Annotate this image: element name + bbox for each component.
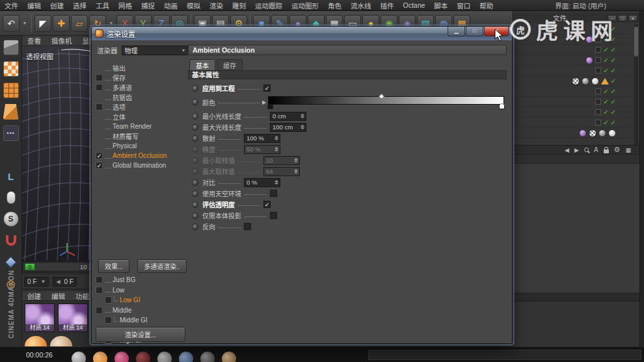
enable-check-icon[interactable]: ✓ bbox=[603, 36, 608, 43]
object-row[interactable] bbox=[513, 128, 636, 138]
material-thumbnail[interactable] bbox=[222, 352, 236, 362]
evaluate-transparency-checkbox[interactable]: ✓ bbox=[263, 201, 271, 208]
self-shadowing-checkbox[interactable] bbox=[270, 212, 277, 219]
maximize-icon[interactable]: □ bbox=[618, 15, 627, 21]
enable-check-icon[interactable]: ✓ bbox=[611, 78, 616, 84]
enable-check-icon[interactable]: ✓ bbox=[603, 120, 608, 126]
enable-check-icon[interactable]: ✓ bbox=[603, 26, 608, 32]
enable-checkbox[interactable] bbox=[96, 74, 103, 81]
settings-item-ambient-occlusion[interactable]: ✓Ambient Occlusion bbox=[96, 151, 185, 161]
object-row[interactable]: ✓✓ bbox=[513, 24, 636, 34]
workplane-icon[interactable]: L bbox=[3, 168, 19, 184]
param-knob-icon[interactable] bbox=[192, 85, 198, 92]
enable-check-icon[interactable]: ✓ bbox=[603, 57, 608, 64]
material-thumbnail[interactable] bbox=[114, 352, 129, 362]
object-row[interactable]: ✓✓ bbox=[513, 45, 636, 55]
layer-box[interactable] bbox=[595, 109, 601, 115]
layer-box[interactable] bbox=[595, 68, 601, 73]
render-check-icon[interactable]: ✓ bbox=[611, 120, 616, 126]
polygon-mode-icon[interactable] bbox=[3, 83, 19, 98]
settings-item-global-illumination[interactable]: ✓Global Illumination bbox=[96, 161, 185, 170]
material-thumbnail[interactable] bbox=[136, 352, 150, 362]
menu-window[interactable]: 窗口 bbox=[452, 1, 475, 10]
forward-arrow-icon[interactable]: ▶ bbox=[574, 147, 579, 153]
scale-tool-icon[interactable]: ▱ bbox=[71, 15, 88, 32]
param-knob-icon[interactable] bbox=[192, 124, 198, 131]
timeline-current-marker[interactable]: 0 bbox=[25, 263, 35, 270]
material-thumbnail[interactable] bbox=[93, 352, 107, 362]
render-check-icon[interactable]: ✓ bbox=[611, 47, 616, 53]
object-row[interactable]: ✓ bbox=[513, 76, 636, 86]
object-row[interactable]: ✓✓ bbox=[513, 97, 636, 107]
render-check-icon[interactable]: ✓ bbox=[611, 26, 616, 32]
enable-checkbox[interactable]: ✓ bbox=[96, 152, 103, 159]
gradient-bar[interactable] bbox=[268, 96, 504, 105]
param-knob-icon[interactable] bbox=[192, 179, 198, 186]
material-menu-edit[interactable]: 编辑 bbox=[46, 291, 70, 301]
edge-mode-icon[interactable] bbox=[3, 147, 19, 162]
section-header[interactable]: 基本属性 bbox=[188, 70, 507, 79]
menu-simulate[interactable]: 模拟 bbox=[182, 1, 205, 10]
enable-check-icon[interactable]: ✓ bbox=[603, 99, 608, 105]
minimize-icon[interactable]: ▁ bbox=[448, 27, 465, 36]
viewport-solo-icon[interactable] bbox=[7, 191, 16, 204]
layer-box[interactable] bbox=[595, 36, 601, 42]
expand-arrow-icon[interactable]: ▶ bbox=[262, 99, 266, 105]
menu-render[interactable]: 渲染 bbox=[205, 1, 228, 10]
param-knob-icon[interactable] bbox=[192, 213, 198, 219]
point-mode-icon[interactable]: ••• bbox=[3, 125, 19, 141]
preset-middle-gi[interactable]: Middle GI bbox=[96, 315, 185, 326]
magnet-icon[interactable] bbox=[6, 235, 16, 246]
param-knob-icon[interactable] bbox=[192, 113, 198, 120]
material-menu-create[interactable]: 创建 bbox=[22, 291, 46, 301]
renderer-select[interactable]: 物理▼ bbox=[122, 45, 189, 55]
layer-box[interactable] bbox=[595, 88, 601, 94]
min-ray-length-field[interactable]: 0 cm bbox=[270, 112, 306, 121]
param-knob-icon[interactable] bbox=[192, 190, 198, 197]
object-row[interactable]: ✓✓ bbox=[513, 55, 636, 66]
preset-just-bg[interactable]: Just BG bbox=[96, 275, 185, 285]
menu-character[interactable]: 角色 bbox=[323, 1, 346, 10]
material-thumbnail[interactable]: 材质.14 bbox=[58, 304, 88, 332]
close-icon[interactable]: ✕ bbox=[628, 15, 637, 21]
search-icon[interactable] bbox=[584, 148, 589, 152]
param-knob-icon[interactable] bbox=[192, 135, 198, 142]
undo-icon[interactable]: ↶ bbox=[3, 15, 20, 32]
preset-checkbox[interactable] bbox=[96, 276, 103, 283]
layer-box[interactable] bbox=[595, 99, 601, 105]
settings-item-team-render[interactable]: Team Render bbox=[96, 122, 185, 131]
material-thumbnail[interactable]: 材质.14 bbox=[25, 304, 55, 332]
interface-layout-label[interactable]: 界面: 启动 (用户) bbox=[555, 1, 606, 10]
contrast-field[interactable]: 0 % bbox=[244, 178, 280, 187]
settings-item-options[interactable]: 选项 bbox=[96, 102, 185, 112]
menu-select[interactable]: 选择 bbox=[68, 1, 91, 10]
menu-tools[interactable]: 工具 bbox=[91, 1, 114, 10]
render-check-icon[interactable]: ✓ bbox=[611, 68, 616, 74]
invert-checkbox[interactable] bbox=[244, 223, 251, 230]
redo-icon[interactable]: ▾ bbox=[21, 15, 29, 32]
auto-mode-icon[interactable]: A bbox=[594, 146, 598, 153]
enable-check-icon[interactable]: ✓ bbox=[603, 68, 608, 74]
render-settings-button[interactable]: 渲染设置... bbox=[96, 327, 185, 342]
settings-item-multipass[interactable]: 多通道 bbox=[96, 83, 185, 92]
menu-snap[interactable]: 捕捉 bbox=[137, 1, 159, 10]
material-tag-icon[interactable] bbox=[585, 36, 593, 44]
object-row[interactable]: ✓✓ bbox=[513, 34, 636, 45]
material-tag-icon[interactable] bbox=[585, 57, 593, 64]
preset-checkbox[interactable] bbox=[105, 317, 112, 324]
layer-box[interactable] bbox=[595, 57, 601, 63]
layer-box[interactable] bbox=[595, 120, 601, 125]
settings-item-save[interactable]: 保存 bbox=[96, 73, 185, 83]
end-frame-field[interactable]: ◀0 F bbox=[53, 277, 77, 287]
color-gradient-control[interactable] bbox=[268, 95, 504, 109]
menu-edit[interactable]: 编辑 bbox=[23, 1, 46, 10]
dispersion-field[interactable]: 100 % bbox=[244, 134, 280, 143]
render-check-icon[interactable]: ✓ bbox=[611, 57, 616, 64]
param-knob-icon[interactable] bbox=[192, 224, 198, 230]
menu-script[interactable]: 脚本 bbox=[429, 1, 452, 10]
enable-checkbox[interactable] bbox=[96, 84, 103, 91]
render-check-icon[interactable]: ✓ bbox=[611, 99, 616, 105]
menu-plugins[interactable]: 插件 bbox=[376, 1, 399, 10]
material-tag-icon[interactable] bbox=[598, 129, 606, 137]
move-tool-icon[interactable]: ✚ bbox=[53, 15, 70, 32]
